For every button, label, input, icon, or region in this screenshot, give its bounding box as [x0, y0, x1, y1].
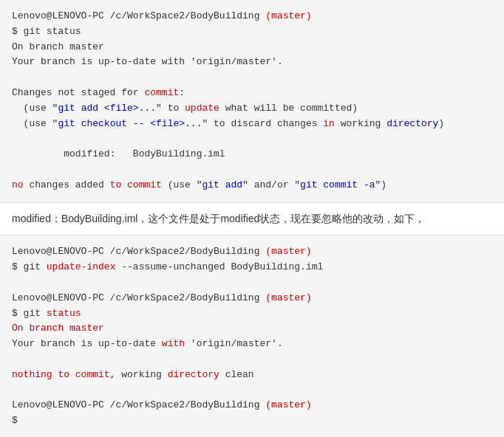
code-segment: git commit -a	[300, 179, 375, 190]
code-line: Changes not staged for commit:	[12, 86, 492, 101]
code-segment: $ git status	[12, 26, 81, 37]
code-segment: update	[185, 103, 219, 114]
code-line: $ git update-index --assume-unchanged Bo…	[12, 260, 492, 275]
code-segment: master	[69, 323, 104, 334]
code-segment: (use "	[12, 118, 58, 129]
code-segment: Lenovo@LENOVO-PC /c/WorkSpace2/BodyBuild…	[12, 292, 265, 303]
code-segment: " to	[156, 103, 185, 114]
code-segment: (master)	[265, 246, 311, 257]
empty-line	[12, 70, 492, 86]
code-segment: On branch	[12, 323, 69, 334]
code-line: Your branch is up-to-date with 'origin/m…	[12, 55, 492, 70]
code-line: On branch master	[12, 40, 492, 55]
code-line: Lenovo@LENOVO-PC /c/WorkSpace2/BodyBuild…	[12, 244, 492, 260]
code-segment: ")	[375, 179, 387, 190]
code-segment: $ git	[12, 261, 47, 272]
empty-line	[12, 275, 492, 291]
empty-line	[12, 383, 492, 399]
code-line: no changes added to commit (use "git add…	[12, 178, 492, 193]
code-segment: update-index	[47, 261, 116, 272]
code-line: nothing to commit, working directory cle…	[12, 368, 492, 383]
code-line: (use "git checkout -- <file>..." to disc…	[12, 117, 492, 132]
empty-line	[12, 352, 492, 368]
prose-text: modified：BodyBuilding.iml，这个文件是处于modifie…	[12, 213, 425, 224]
code-block-1: Lenovo@LENOVO-PC /c/WorkSpace2/BodyBuild…	[0, 0, 504, 202]
code-segment: git checkout -- <file>...	[58, 118, 202, 129]
code-segment: with	[162, 56, 185, 67]
code-segment: what will be committed)	[219, 103, 358, 114]
code-segment: (master)	[265, 399, 311, 410]
code-segment: :	[179, 87, 185, 98]
code-segment: git add <file>...	[58, 103, 156, 114]
code-line: On branch master	[12, 321, 492, 337]
code-segment: Changes not staged for	[12, 87, 144, 98]
code-segment: changes added	[24, 179, 110, 190]
code-segment: commit	[144, 87, 179, 98]
code-line: Lenovo@LENOVO-PC /c/WorkSpace2/BodyBuild…	[12, 291, 492, 306]
code-segment: )	[438, 118, 444, 129]
empty-line	[12, 131, 492, 147]
code-segment: Lenovo@LENOVO-PC /c/WorkSpace2/BodyBuild…	[12, 246, 265, 257]
code-segment: Lenovo@LENOVO-PC /c/WorkSpace2/BodyBuild…	[12, 10, 265, 21]
code-line: $	[12, 413, 492, 429]
code-segment: $ git	[12, 308, 47, 319]
code-segment: --assume-unchanged BodyBuilding.iml	[115, 261, 323, 272]
code-segment: (use "	[162, 179, 202, 190]
code-line: $ git status	[12, 24, 492, 40]
code-segment: Your branch is up-to-date	[12, 56, 162, 67]
code-segment: " and/or "	[242, 179, 300, 190]
code-segment: , working	[110, 369, 168, 380]
code-segment: (master)	[265, 10, 311, 21]
code-segment: to commit	[52, 369, 110, 380]
code-line: Lenovo@LENOVO-PC /c/WorkSpace2/BodyBuild…	[12, 398, 492, 413]
code-segment: in	[323, 118, 335, 129]
code-segment: to commit	[110, 179, 162, 190]
code-segment: git add	[202, 179, 242, 190]
code-segment: " to discard changes	[202, 118, 323, 129]
code-segment: with	[162, 338, 185, 349]
code-segment: working	[335, 118, 386, 129]
code-segment: On branch master	[12, 41, 104, 52]
code-segment: modified: BodyBuilding.iml	[12, 148, 225, 159]
code-segment: clean	[219, 369, 254, 380]
code-block-2: Lenovo@LENOVO-PC /c/WorkSpace2/BodyBuild…	[0, 235, 504, 437]
code-segment: status	[47, 308, 81, 319]
code-line: (use "git add <file>..." to update what …	[12, 101, 492, 117]
code-segment: (use "	[12, 103, 58, 114]
code-segment: $	[12, 415, 18, 426]
code-segment: directory	[386, 118, 438, 129]
code-line: Lenovo@LENOVO-PC /c/WorkSpace2/BodyBuild…	[12, 9, 492, 24]
code-segment: (master)	[265, 292, 311, 303]
empty-line	[12, 162, 492, 178]
code-line: $ git status	[12, 306, 492, 322]
prose-block: modified：BodyBuilding.iml，这个文件是处于modifie…	[0, 202, 504, 236]
code-segment: directory	[168, 369, 219, 380]
code-segment: 'origin/master'.	[185, 338, 283, 349]
code-segment: nothing	[12, 369, 52, 380]
code-line: modified: BodyBuilding.iml	[12, 147, 492, 162]
code-segment: Your branch is up-to-date	[12, 338, 162, 349]
code-segment: no	[12, 179, 24, 190]
code-line: Your branch is up-to-date with 'origin/m…	[12, 337, 492, 352]
code-segment: Lenovo@LENOVO-PC /c/WorkSpace2/BodyBuild…	[12, 399, 265, 410]
code-segment: 'origin/master'.	[185, 56, 283, 67]
